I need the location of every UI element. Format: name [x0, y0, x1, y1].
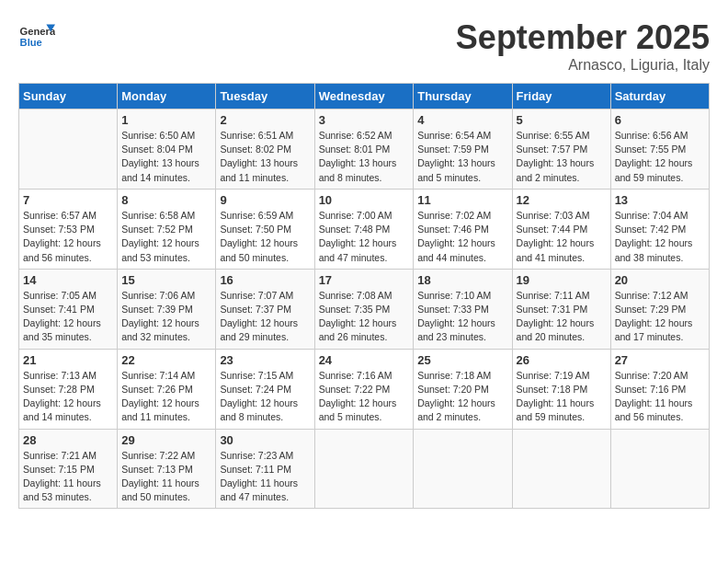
calendar-cell: 1Sunrise: 6:50 AM Sunset: 8:04 PM Daylig… [118, 109, 216, 190]
day-info: Sunrise: 7:13 AM Sunset: 7:28 PM Dayligh… [23, 369, 113, 425]
calendar-cell: 23Sunrise: 7:15 AM Sunset: 7:24 PM Dayli… [216, 349, 314, 429]
day-number: 22 [121, 353, 211, 367]
location: Arnasco, Liguria, Italy [456, 57, 710, 74]
calendar-cell: 19Sunrise: 7:11 AM Sunset: 7:31 PM Dayli… [512, 269, 610, 349]
day-info: Sunrise: 6:57 AM Sunset: 7:53 PM Dayligh… [23, 209, 113, 265]
day-number: 27 [615, 353, 705, 367]
day-number: 18 [417, 273, 507, 287]
day-info: Sunrise: 7:14 AM Sunset: 7:26 PM Dayligh… [121, 369, 211, 425]
calendar-cell: 24Sunrise: 7:16 AM Sunset: 7:22 PM Dayli… [314, 349, 414, 429]
calendar-cell: 2Sunrise: 6:51 AM Sunset: 8:02 PM Daylig… [216, 109, 314, 190]
day-info: Sunrise: 6:55 AM Sunset: 7:57 PM Dayligh… [517, 129, 607, 185]
calendar-cell: 8Sunrise: 6:58 AM Sunset: 7:52 PM Daylig… [118, 189, 216, 269]
day-number: 17 [319, 273, 410, 287]
day-number: 24 [319, 353, 410, 367]
day-number: 3 [319, 113, 410, 127]
calendar-cell: 18Sunrise: 7:10 AM Sunset: 7:33 PM Dayli… [414, 269, 512, 349]
day-info: Sunrise: 7:00 AM Sunset: 7:48 PM Dayligh… [319, 209, 410, 265]
calendar-cell: 25Sunrise: 7:18 AM Sunset: 7:20 PM Dayli… [414, 349, 512, 429]
day-number: 28 [23, 433, 113, 447]
day-info: Sunrise: 7:12 AM Sunset: 7:29 PM Dayligh… [615, 289, 705, 345]
day-number: 16 [220, 273, 310, 287]
calendar-cell: 3Sunrise: 6:52 AM Sunset: 8:01 PM Daylig… [314, 109, 414, 190]
calendar-cell: 9Sunrise: 6:59 AM Sunset: 7:50 PM Daylig… [216, 189, 314, 269]
day-info: Sunrise: 7:19 AM Sunset: 7:18 PM Dayligh… [517, 369, 607, 425]
calendar-cell [414, 429, 512, 509]
calendar-cell [512, 429, 610, 509]
calendar-cell: 22Sunrise: 7:14 AM Sunset: 7:26 PM Dayli… [118, 349, 216, 429]
day-info: Sunrise: 7:16 AM Sunset: 7:22 PM Dayligh… [319, 369, 410, 425]
day-info: Sunrise: 7:07 AM Sunset: 7:37 PM Dayligh… [220, 289, 310, 345]
day-number: 5 [517, 113, 607, 127]
day-number: 26 [517, 353, 607, 367]
calendar-cell: 17Sunrise: 7:08 AM Sunset: 7:35 PM Dayli… [314, 269, 414, 349]
day-info: Sunrise: 6:50 AM Sunset: 8:04 PM Dayligh… [121, 129, 211, 185]
day-info: Sunrise: 7:20 AM Sunset: 7:16 PM Dayligh… [615, 369, 705, 425]
calendar-cell: 7Sunrise: 6:57 AM Sunset: 7:53 PM Daylig… [19, 189, 118, 269]
page-header: General Blue September 2025 Arnasco, Lig… [18, 18, 710, 74]
day-number: 7 [23, 193, 113, 207]
calendar-cell: 29Sunrise: 7:22 AM Sunset: 7:13 PM Dayli… [118, 429, 216, 509]
calendar-cell: 30Sunrise: 7:23 AM Sunset: 7:11 PM Dayli… [216, 429, 314, 509]
calendar-cell: 5Sunrise: 6:55 AM Sunset: 7:57 PM Daylig… [512, 109, 610, 190]
day-number: 11 [417, 193, 507, 207]
day-info: Sunrise: 7:18 AM Sunset: 7:20 PM Dayligh… [417, 369, 507, 425]
day-info: Sunrise: 7:02 AM Sunset: 7:46 PM Dayligh… [417, 209, 507, 265]
weekday-header-tuesday: Tuesday [216, 84, 314, 109]
day-info: Sunrise: 7:11 AM Sunset: 7:31 PM Dayligh… [517, 289, 607, 345]
svg-text:Blue: Blue [20, 37, 42, 48]
day-number: 14 [23, 273, 113, 287]
calendar-cell [19, 109, 118, 190]
calendar-cell [610, 429, 709, 509]
calendar-cell: 12Sunrise: 7:03 AM Sunset: 7:44 PM Dayli… [512, 189, 610, 269]
calendar-cell: 21Sunrise: 7:13 AM Sunset: 7:28 PM Dayli… [19, 349, 118, 429]
calendar-table: SundayMondayTuesdayWednesdayThursdayFrid… [18, 83, 710, 509]
day-number: 1 [121, 113, 211, 127]
day-number: 23 [220, 353, 310, 367]
day-number: 6 [615, 113, 705, 127]
calendar-cell: 20Sunrise: 7:12 AM Sunset: 7:29 PM Dayli… [610, 269, 709, 349]
day-info: Sunrise: 6:51 AM Sunset: 8:02 PM Dayligh… [220, 129, 310, 185]
calendar-cell [314, 429, 414, 509]
day-info: Sunrise: 7:22 AM Sunset: 7:13 PM Dayligh… [121, 449, 211, 505]
weekday-header-thursday: Thursday [414, 84, 512, 109]
calendar-cell: 15Sunrise: 7:06 AM Sunset: 7:39 PM Dayli… [118, 269, 216, 349]
calendar-cell: 11Sunrise: 7:02 AM Sunset: 7:46 PM Dayli… [414, 189, 512, 269]
day-number: 19 [517, 273, 607, 287]
calendar-cell: 26Sunrise: 7:19 AM Sunset: 7:18 PM Dayli… [512, 349, 610, 429]
weekday-header-friday: Friday [512, 84, 610, 109]
month-title: September 2025 [456, 18, 710, 57]
day-info: Sunrise: 6:52 AM Sunset: 8:01 PM Dayligh… [319, 129, 410, 185]
day-info: Sunrise: 7:06 AM Sunset: 7:39 PM Dayligh… [121, 289, 211, 345]
calendar-cell: 4Sunrise: 6:54 AM Sunset: 7:59 PM Daylig… [414, 109, 512, 190]
day-info: Sunrise: 6:59 AM Sunset: 7:50 PM Dayligh… [220, 209, 310, 265]
day-info: Sunrise: 7:05 AM Sunset: 7:41 PM Dayligh… [23, 289, 113, 345]
day-number: 30 [220, 433, 310, 447]
day-number: 21 [23, 353, 113, 367]
title-block: September 2025 Arnasco, Liguria, Italy [456, 18, 710, 74]
logo: General Blue [18, 18, 59, 55]
day-number: 8 [121, 193, 211, 207]
day-number: 29 [121, 433, 211, 447]
calendar-cell: 27Sunrise: 7:20 AM Sunset: 7:16 PM Dayli… [610, 349, 709, 429]
day-info: Sunrise: 7:10 AM Sunset: 7:33 PM Dayligh… [417, 289, 507, 345]
weekday-header-sunday: Sunday [19, 84, 118, 109]
calendar-cell: 13Sunrise: 7:04 AM Sunset: 7:42 PM Dayli… [610, 189, 709, 269]
day-number: 2 [220, 113, 310, 127]
calendar-cell: 10Sunrise: 7:00 AM Sunset: 7:48 PM Dayli… [314, 189, 414, 269]
day-number: 9 [220, 193, 310, 207]
weekday-header-monday: Monday [118, 84, 216, 109]
day-number: 4 [417, 113, 507, 127]
calendar-cell: 6Sunrise: 6:56 AM Sunset: 7:55 PM Daylig… [610, 109, 709, 190]
day-number: 15 [121, 273, 211, 287]
calendar-cell: 14Sunrise: 7:05 AM Sunset: 7:41 PM Dayli… [19, 269, 118, 349]
weekday-header-saturday: Saturday [610, 84, 709, 109]
day-number: 10 [319, 193, 410, 207]
day-number: 25 [417, 353, 507, 367]
calendar-cell: 16Sunrise: 7:07 AM Sunset: 7:37 PM Dayli… [216, 269, 314, 349]
day-info: Sunrise: 7:21 AM Sunset: 7:15 PM Dayligh… [23, 449, 113, 505]
day-info: Sunrise: 7:03 AM Sunset: 7:44 PM Dayligh… [517, 209, 607, 265]
day-info: Sunrise: 7:04 AM Sunset: 7:42 PM Dayligh… [615, 209, 705, 265]
day-info: Sunrise: 7:23 AM Sunset: 7:11 PM Dayligh… [220, 449, 310, 505]
weekday-header-wednesday: Wednesday [314, 84, 414, 109]
